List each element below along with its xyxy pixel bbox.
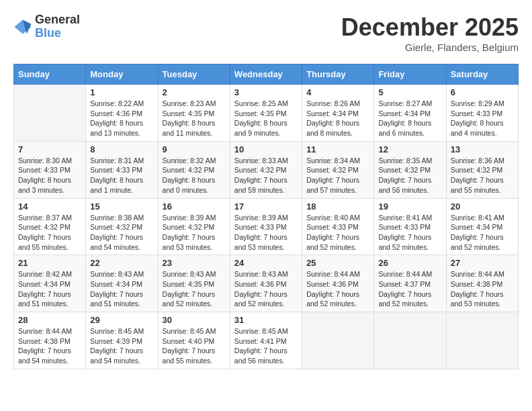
calendar-day-cell: 21Sunrise: 8:42 AM Sunset: 4:34 PM Dayli… (14, 255, 86, 312)
day-info: Sunrise: 8:45 AM Sunset: 4:39 PM Dayligh… (90, 326, 153, 366)
calendar-day-cell: 13Sunrise: 8:36 AM Sunset: 4:32 PM Dayli… (446, 141, 518, 198)
day-number: 6 (451, 87, 514, 97)
calendar-day-cell: 5Sunrise: 8:27 AM Sunset: 4:34 PM Daylig… (374, 85, 446, 142)
day-of-week-header: Wednesday (230, 64, 302, 85)
logo-icon (13, 17, 32, 36)
day-info: Sunrise: 8:34 AM Sunset: 4:32 PM Dayligh… (306, 156, 369, 195)
day-number: 24 (234, 258, 298, 268)
calendar-day-cell: 20Sunrise: 8:41 AM Sunset: 4:34 PM Dayli… (446, 198, 518, 255)
day-info: Sunrise: 8:38 AM Sunset: 4:32 PM Dayligh… (90, 213, 153, 253)
calendar-day-cell: 7Sunrise: 8:30 AM Sunset: 4:33 PM Daylig… (14, 141, 86, 198)
page-header: General Blue December 2025 Gierle, Fland… (13, 13, 519, 53)
day-info: Sunrise: 8:25 AM Sunset: 4:35 PM Dayligh… (234, 99, 298, 138)
month-title: December 2025 (341, 13, 519, 42)
calendar-day-cell (302, 312, 374, 369)
day-number: 8 (90, 144, 153, 154)
calendar-day-cell: 19Sunrise: 8:41 AM Sunset: 4:33 PM Dayli… (374, 198, 446, 255)
day-number: 17 (234, 201, 298, 212)
day-info: Sunrise: 8:39 AM Sunset: 4:32 PM Dayligh… (163, 213, 226, 253)
logo-general: General (35, 13, 80, 26)
day-number: 15 (90, 201, 153, 212)
day-info: Sunrise: 8:30 AM Sunset: 4:33 PM Dayligh… (18, 156, 81, 195)
day-of-week-header: Sunday (14, 64, 86, 85)
calendar-week-row: 1Sunrise: 8:22 AM Sunset: 4:36 PM Daylig… (14, 85, 519, 142)
calendar-day-cell: 23Sunrise: 8:43 AM Sunset: 4:35 PM Dayli… (158, 255, 230, 312)
day-number: 13 (451, 144, 514, 154)
calendar-day-cell (14, 85, 86, 142)
calendar-day-cell: 18Sunrise: 8:40 AM Sunset: 4:33 PM Dayli… (302, 198, 374, 255)
calendar-table: SundayMondayTuesdayWednesdayThursdayFrid… (13, 64, 519, 369)
day-number: 14 (18, 201, 81, 212)
days-of-week-row: SundayMondayTuesdayWednesdayThursdayFrid… (14, 64, 519, 85)
day-info: Sunrise: 8:41 AM Sunset: 4:34 PM Dayligh… (451, 213, 514, 253)
day-number: 2 (163, 87, 226, 97)
calendar-day-cell: 17Sunrise: 8:39 AM Sunset: 4:33 PM Dayli… (230, 198, 302, 255)
day-of-week-header: Tuesday (158, 64, 230, 85)
day-number: 11 (306, 144, 369, 154)
day-info: Sunrise: 8:23 AM Sunset: 4:35 PM Dayligh… (163, 99, 226, 138)
calendar-day-cell: 27Sunrise: 8:44 AM Sunset: 4:38 PM Dayli… (446, 255, 518, 312)
day-number: 22 (90, 258, 153, 268)
calendar-day-cell: 31Sunrise: 8:45 AM Sunset: 4:41 PM Dayli… (230, 312, 302, 369)
day-info: Sunrise: 8:22 AM Sunset: 4:36 PM Dayligh… (90, 99, 153, 138)
calendar-week-row: 7Sunrise: 8:30 AM Sunset: 4:33 PM Daylig… (14, 141, 519, 198)
calendar-day-cell: 14Sunrise: 8:37 AM Sunset: 4:32 PM Dayli… (14, 198, 86, 255)
day-number: 10 (234, 144, 298, 154)
day-info: Sunrise: 8:42 AM Sunset: 4:34 PM Dayligh… (18, 269, 81, 309)
day-info: Sunrise: 8:37 AM Sunset: 4:32 PM Dayligh… (18, 213, 81, 253)
day-number: 25 (306, 258, 369, 268)
day-number: 18 (306, 201, 369, 212)
location: Gierle, Flanders, Belgium (341, 42, 519, 53)
day-number: 29 (90, 315, 153, 325)
day-of-week-header: Monday (86, 64, 158, 85)
calendar-day-cell: 30Sunrise: 8:45 AM Sunset: 4:40 PM Dayli… (158, 312, 230, 369)
title-block: December 2025 Gierle, Flanders, Belgium (341, 13, 519, 53)
calendar-day-cell: 29Sunrise: 8:45 AM Sunset: 4:39 PM Dayli… (86, 312, 158, 369)
day-info: Sunrise: 8:29 AM Sunset: 4:33 PM Dayligh… (451, 99, 514, 138)
day-info: Sunrise: 8:41 AM Sunset: 4:33 PM Dayligh… (378, 213, 441, 253)
day-info: Sunrise: 8:32 AM Sunset: 4:32 PM Dayligh… (163, 156, 226, 195)
calendar-week-row: 21Sunrise: 8:42 AM Sunset: 4:34 PM Dayli… (14, 255, 519, 312)
calendar-body: 1Sunrise: 8:22 AM Sunset: 4:36 PM Daylig… (14, 85, 519, 369)
day-number: 12 (378, 144, 441, 154)
day-info: Sunrise: 8:45 AM Sunset: 4:41 PM Dayligh… (234, 326, 298, 366)
calendar-day-cell: 15Sunrise: 8:38 AM Sunset: 4:32 PM Dayli… (86, 198, 158, 255)
day-number: 30 (163, 315, 226, 325)
day-number: 1 (90, 87, 153, 97)
day-info: Sunrise: 8:44 AM Sunset: 4:38 PM Dayligh… (451, 269, 514, 309)
calendar-day-cell (374, 312, 446, 369)
day-number: 19 (378, 201, 441, 212)
day-info: Sunrise: 8:45 AM Sunset: 4:40 PM Dayligh… (163, 326, 226, 366)
calendar-day-cell: 2Sunrise: 8:23 AM Sunset: 4:35 PM Daylig… (158, 85, 230, 142)
day-number: 27 (451, 258, 514, 268)
calendar-day-cell: 10Sunrise: 8:33 AM Sunset: 4:32 PM Dayli… (230, 141, 302, 198)
day-info: Sunrise: 8:44 AM Sunset: 4:38 PM Dayligh… (18, 326, 81, 366)
calendar-day-cell: 1Sunrise: 8:22 AM Sunset: 4:36 PM Daylig… (86, 85, 158, 142)
day-number: 3 (234, 87, 298, 97)
day-number: 16 (163, 201, 226, 212)
calendar-day-cell (446, 312, 518, 369)
day-number: 5 (378, 87, 441, 97)
calendar-day-cell: 28Sunrise: 8:44 AM Sunset: 4:38 PM Dayli… (14, 312, 86, 369)
day-info: Sunrise: 8:31 AM Sunset: 4:33 PM Dayligh… (90, 156, 153, 195)
day-info: Sunrise: 8:40 AM Sunset: 4:33 PM Dayligh… (306, 213, 369, 253)
calendar-day-cell: 4Sunrise: 8:26 AM Sunset: 4:34 PM Daylig… (302, 85, 374, 142)
day-number: 20 (451, 201, 514, 212)
calendar-day-cell: 8Sunrise: 8:31 AM Sunset: 4:33 PM Daylig… (86, 141, 158, 198)
calendar-week-row: 28Sunrise: 8:44 AM Sunset: 4:38 PM Dayli… (14, 312, 519, 369)
day-info: Sunrise: 8:35 AM Sunset: 4:32 PM Dayligh… (378, 156, 441, 195)
day-number: 26 (378, 258, 441, 268)
logo: General Blue (13, 13, 80, 40)
calendar-day-cell: 16Sunrise: 8:39 AM Sunset: 4:32 PM Dayli… (158, 198, 230, 255)
day-info: Sunrise: 8:26 AM Sunset: 4:34 PM Dayligh… (306, 99, 369, 138)
day-number: 7 (18, 144, 81, 154)
day-of-week-header: Friday (374, 64, 446, 85)
day-info: Sunrise: 8:43 AM Sunset: 4:35 PM Dayligh… (163, 269, 226, 309)
day-info: Sunrise: 8:33 AM Sunset: 4:32 PM Dayligh… (234, 156, 298, 195)
day-of-week-header: Saturday (446, 64, 518, 85)
calendar-day-cell: 22Sunrise: 8:43 AM Sunset: 4:34 PM Dayli… (86, 255, 158, 312)
day-info: Sunrise: 8:36 AM Sunset: 4:32 PM Dayligh… (451, 156, 514, 195)
calendar-day-cell: 11Sunrise: 8:34 AM Sunset: 4:32 PM Dayli… (302, 141, 374, 198)
day-number: 21 (18, 258, 81, 268)
calendar-day-cell: 3Sunrise: 8:25 AM Sunset: 4:35 PM Daylig… (230, 85, 302, 142)
